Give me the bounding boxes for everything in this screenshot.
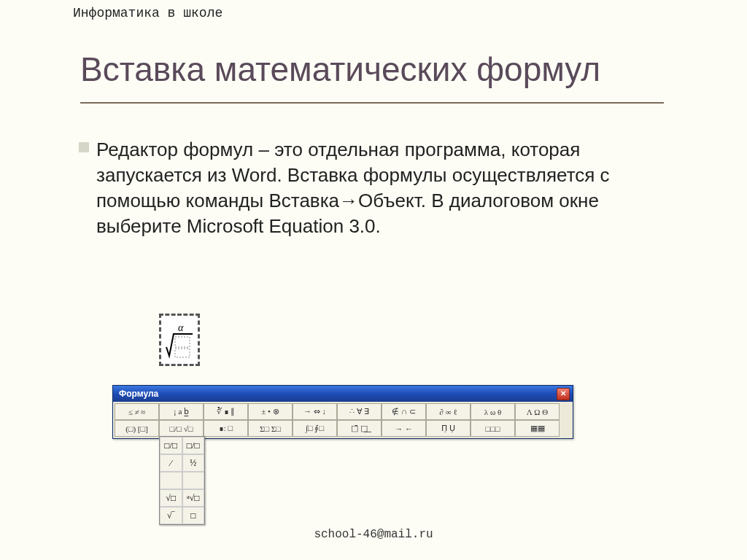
bullet-marker xyxy=(79,142,89,152)
dd-frac2[interactable]: □/□ xyxy=(182,437,205,454)
header-text: Информатика в школе xyxy=(73,6,222,20)
slide-title: Вставка математических формул xyxy=(80,50,664,104)
tool-matrix[interactable]: □□□ xyxy=(471,420,515,437)
footer-text: school-46@mail.ru xyxy=(0,528,747,541)
tool-subsup[interactable]: ∎: □ xyxy=(204,420,248,437)
tool-frac-root[interactable]: □/□ √□ xyxy=(159,420,204,437)
equation-object[interactable]: α xyxy=(159,314,200,366)
dd-box[interactable]: □ xyxy=(182,507,205,524)
tool-logical[interactable]: ∴ ∀ ∃ xyxy=(337,403,382,420)
toolbar-row-2: (□) [□] □/□ √□ ∎: □ Σ□ Σ□ ∫□ ∮□ □̄ □͟ → … xyxy=(115,420,571,437)
tool-operators[interactable]: ± • ⊗ xyxy=(248,403,293,420)
tool-matrix2[interactable]: ▦▦ xyxy=(515,420,560,437)
tool-greek-lower[interactable]: λ ω θ xyxy=(471,403,515,420)
toolbar-row-1: ≤ ≠ ≈ ¡ a b̲ ∛ ∎ ∥ ± • ⊗ → ⇔ ↓ ∴ ∀ ∃ ∉ ∩… xyxy=(115,403,571,420)
tool-spaces[interactable]: ∛ ∎ ∥ xyxy=(204,403,248,420)
dd-empty2[interactable] xyxy=(182,472,205,489)
svg-rect-2 xyxy=(175,349,190,357)
dd-nroot[interactable]: ⁿ√□ xyxy=(182,489,205,507)
dd-half[interactable]: ½ xyxy=(182,454,205,472)
tool-set[interactable]: ∉ ∩ ⊂ xyxy=(382,403,426,420)
tool-fences[interactable]: (□) [□] xyxy=(115,420,159,437)
tool-arrows[interactable]: → ⇔ ↓ xyxy=(293,403,337,420)
dd-longdiv[interactable]: √‾ xyxy=(160,507,182,524)
close-icon: ✕ xyxy=(560,389,566,397)
dd-slash[interactable]: ⁄ xyxy=(160,454,182,472)
frac-root-dropdown: □/□ □/□ ⁄ ½ √□ ⁿ√□ √‾ □ xyxy=(159,436,205,525)
dd-sqrt[interactable]: √□ xyxy=(160,489,182,507)
tool-labeled-arrow[interactable]: → ← xyxy=(382,420,426,437)
formula-toolbar-window: Формула ✕ ≤ ≠ ≈ ¡ a b̲ ∛ ∎ ∥ ± • ⊗ → ⇔ ↓… xyxy=(112,385,573,439)
dd-empty1[interactable] xyxy=(160,472,182,489)
body-text: Редактор формул – это отдельная программ… xyxy=(96,137,677,239)
sqrt-alpha-icon: α xyxy=(165,319,194,360)
formula-titlebar[interactable]: Формула ✕ xyxy=(113,386,573,402)
svg-text:α: α xyxy=(178,322,184,333)
dd-frac1[interactable]: □/□ xyxy=(160,437,182,454)
tool-greek-upper[interactable]: Λ Ω Θ xyxy=(515,403,560,420)
tool-sum[interactable]: Σ□ Σ□ xyxy=(248,420,293,437)
tool-product[interactable]: Π̣ Ụ xyxy=(426,420,471,437)
formula-window-title: Формула xyxy=(119,389,158,399)
svg-rect-1 xyxy=(175,337,190,347)
close-button[interactable]: ✕ xyxy=(557,388,570,400)
tool-overbar[interactable]: □̄ □͟ xyxy=(337,420,382,437)
toolbar-container: ≤ ≠ ≈ ¡ a b̲ ∛ ∎ ∥ ± • ⊗ → ⇔ ↓ ∴ ∀ ∃ ∉ ∩… xyxy=(113,402,573,438)
tool-embellish[interactable]: ¡ a b̲ xyxy=(159,403,204,420)
tool-misc[interactable]: ∂ ∞ ℓ xyxy=(426,403,471,420)
bullet-item: Редактор формул – это отдельная программ… xyxy=(79,137,677,239)
tool-relational[interactable]: ≤ ≠ ≈ xyxy=(115,403,159,420)
tool-integral[interactable]: ∫□ ∮□ xyxy=(293,420,337,437)
